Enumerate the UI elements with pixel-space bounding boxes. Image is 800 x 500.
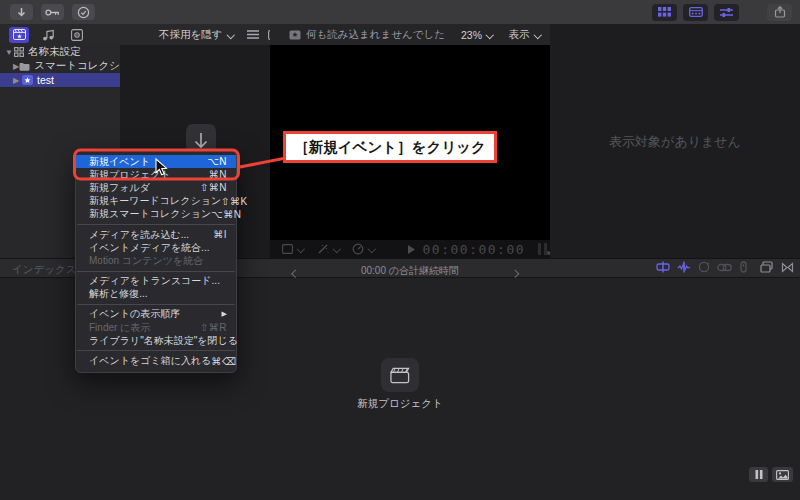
menu-item-move-event-to-trash[interactable]: イベントをゴミ箱に入れる ⌘⌫ [76, 354, 236, 367]
menu-item-new-smart-collection[interactable]: 新規スマートコレクション ⌥⌘N [76, 208, 236, 221]
mouse-cursor [155, 158, 168, 176]
keyword-button[interactable] [41, 4, 64, 20]
disclosure-closed-icon[interactable]: ▶ [13, 76, 22, 85]
chevron-down-icon [533, 31, 541, 39]
sidebar-item-library[interactable]: ▼ 名称未設定 [0, 45, 120, 59]
filmstrip-icon [689, 7, 703, 17]
timeline-toggles [656, 261, 748, 273]
menu-item-event-sort-order[interactable]: イベントの表示順序 ▶ [76, 308, 236, 321]
viewer-zoom-dropdown[interactable]: 23% [461, 29, 493, 41]
chevron-down-icon [486, 31, 494, 39]
filter-dropdown[interactable]: 不採用を隠す [159, 28, 233, 42]
menu-separator [77, 350, 235, 351]
timeline-view-toggles [760, 261, 794, 273]
menu-separator [77, 224, 235, 225]
chevron-down-icon [297, 245, 305, 253]
import-button[interactable] [10, 4, 33, 20]
chevron-down-icon [226, 31, 234, 39]
viewer-status: 何も読み込まれませんでした [289, 28, 445, 42]
audio-meters-mini[interactable] [535, 243, 547, 255]
chevron-down-icon [368, 245, 376, 253]
viewer-status-text: 何も読み込まれませんでした [306, 28, 445, 42]
retime-button[interactable] [352, 243, 375, 255]
tab-photos-audio[interactable] [38, 27, 58, 43]
menu-item-new-keyword-collection[interactable]: 新規キーワードコレクション ⇧⌘K [76, 195, 236, 208]
show-inspector-button[interactable] [714, 4, 739, 21]
trim-overlap-icon[interactable] [717, 262, 732, 273]
empty-state-text: 表示対象がありません [550, 133, 800, 151]
sidebar-item-label: 名称未設定 [28, 45, 81, 59]
callout-text: ［新規イベント］をクリック [294, 138, 486, 157]
new-project-label: 新規プロジェクト [340, 397, 460, 411]
effects-browser-button[interactable] [749, 467, 768, 482]
inspector-sliders-icon [720, 7, 733, 18]
sidebar-item-label: test [37, 74, 54, 86]
menu-separator [77, 304, 235, 305]
music-note-icon [42, 29, 54, 41]
viewer-controls: 00:00:00:00 [270, 240, 550, 258]
submenu-arrow-icon: ▶ [222, 310, 227, 318]
fcp-window: 不採用を隠す ▼ 名称未設定 ▶ [0, 0, 800, 500]
menu-item-analyze-and-fix[interactable]: 解析と修復... [76, 288, 236, 301]
menu-separator [77, 271, 235, 272]
share-icon [774, 6, 786, 18]
snapping-icon[interactable] [781, 262, 794, 273]
solo-icon[interactable] [698, 261, 710, 273]
titlebar [0, 0, 800, 25]
new-project-button[interactable] [381, 358, 419, 392]
sidebar-item-test[interactable]: ▶ test [0, 73, 120, 87]
viewer-timecode: 00:00:00:00 [423, 242, 526, 257]
clip-status-icon [289, 30, 301, 40]
chevron-down-icon [332, 245, 340, 253]
audio-skimming-icon[interactable] [677, 261, 691, 273]
browser-grid-icon [658, 7, 671, 17]
menu-item-transcode-media[interactable]: メディアをトランスコード... [76, 275, 236, 288]
library-grid-icon [14, 47, 24, 57]
viewer-header: 何も読み込まれませんでした 23% 表示 [270, 24, 550, 46]
browser-right-pane: 表示対象がありません [550, 24, 800, 258]
enhance-wand-button[interactable] [317, 243, 340, 255]
key-icon [45, 8, 60, 17]
background-tasks-icon [77, 6, 90, 19]
menu-item-import-media[interactable]: メディアを読み込む... ⌘I [76, 228, 236, 241]
share-button[interactable] [767, 4, 792, 21]
viewer-view-dropdown[interactable]: 表示 [509, 28, 541, 42]
context-menu: 新規イベント ⌥N 新規プロジェクト ⌘N 新規フォルダ ⇧⌘N 新規キーワード… [75, 150, 237, 373]
playback-group: 00:00:00:00 [407, 242, 526, 257]
folder-icon [19, 62, 30, 71]
menu-item-new-folder[interactable]: 新規フォルダ ⇧⌘N [76, 181, 236, 194]
library-clapperboard-icon [13, 29, 26, 40]
menu-item-consolidate-event-media[interactable]: イベントメディアを統合... [76, 241, 236, 254]
media-browser-icon [776, 470, 789, 480]
show-browser-button[interactable] [652, 4, 677, 21]
tool-icon[interactable] [739, 261, 748, 273]
next-arrow-icon[interactable] [507, 264, 518, 282]
pause-bars-icon [755, 470, 763, 479]
filter-label: 不採用を隠す [159, 28, 223, 42]
callout-box: ［新規イベント］をクリック [283, 131, 497, 163]
menu-item-close-library[interactable]: ライブラリ"名称未設定"を閉じる [76, 334, 236, 347]
menu-item-consolidate-motion-content: Motion コンテンツを統合 [76, 254, 236, 267]
clapperboard-icon [389, 366, 411, 385]
tab-titles-generators[interactable] [67, 27, 87, 43]
tab-libraries[interactable] [9, 27, 29, 43]
timeline-index-button[interactable]: インデックス [12, 263, 76, 277]
import-arrow-icon [16, 7, 27, 18]
clip-appearance-icon[interactable] [760, 261, 773, 273]
overlay-menu-button[interactable] [282, 244, 304, 254]
event-star-icon [22, 75, 33, 85]
show-timeline-button[interactable] [683, 4, 708, 21]
media-browser-button[interactable] [772, 467, 793, 482]
list-view-icon[interactable] [247, 30, 259, 39]
play-icon[interactable] [407, 244, 416, 255]
sidebar-item-smart-collection[interactable]: ▶ スマートコレクション [0, 59, 120, 73]
import-arrow-icon [193, 132, 209, 150]
background-tasks-button[interactable] [72, 4, 95, 20]
skimming-icon[interactable] [656, 261, 670, 273]
viewer-zoom-value: 23% [461, 29, 482, 41]
disclosure-open-icon[interactable]: ▼ [5, 48, 14, 57]
photos-icon [71, 29, 83, 41]
viewer-view-label: 表示 [509, 28, 530, 42]
menu-item-reveal-in-finder: Finder に表示 ⇧⌘R [76, 321, 236, 334]
